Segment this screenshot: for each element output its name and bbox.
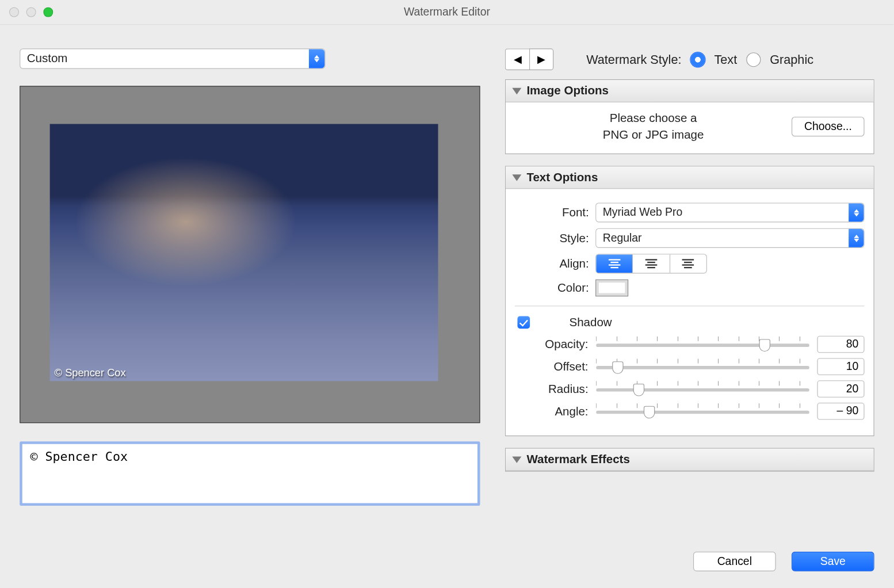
prev-image-button[interactable]: ◀ — [505, 48, 529, 70]
chevron-updown-icon — [849, 204, 864, 222]
color-label: Color: — [515, 281, 595, 295]
font-style-label: Style: — [515, 231, 595, 245]
text-options-panel: Text Options Font: Myriad Web Pro Style:… — [505, 166, 874, 437]
text-options-header[interactable]: Text Options — [506, 167, 874, 189]
watermark-text-input[interactable] — [20, 441, 480, 506]
opacity-label: Opacity: — [515, 338, 589, 352]
cancel-button[interactable]: Cancel — [693, 552, 776, 571]
minimize-window-button[interactable] — [26, 7, 36, 17]
image-options-header[interactable]: Image Options — [506, 80, 874, 102]
next-image-button[interactable]: ▶ — [529, 48, 553, 70]
window-title: Watermark Editor — [0, 6, 894, 19]
preset-dropdown[interactable]: Custom — [20, 48, 325, 68]
offset-label: Offset: — [515, 360, 589, 374]
chevron-updown-icon — [849, 229, 864, 247]
watermark-effects-header[interactable]: Watermark Effects — [506, 449, 874, 471]
style-graphic-radio[interactable] — [746, 52, 761, 67]
watermark-style-label: Watermark Style: — [586, 52, 681, 67]
radius-input[interactable] — [817, 381, 864, 398]
disclosure-down-icon — [512, 456, 521, 463]
save-button[interactable]: Save — [792, 552, 874, 571]
disclosure-down-icon — [512, 174, 521, 181]
shadow-checkbox[interactable] — [517, 316, 530, 329]
color-well[interactable] — [595, 280, 628, 297]
style-text-label: Text — [714, 52, 737, 67]
style-text-radio[interactable] — [690, 52, 705, 67]
preview-area: © Spencer Cox — [20, 86, 480, 423]
font-dropdown[interactable]: Myriad Web Pro — [595, 203, 864, 223]
triangle-left-icon: ◀ — [514, 53, 522, 66]
triangle-right-icon: ▶ — [537, 53, 545, 66]
watermark-effects-title: Watermark Effects — [526, 453, 629, 467]
radius-slider[interactable] — [596, 381, 809, 397]
align-segment — [595, 254, 707, 274]
align-center-button[interactable] — [633, 255, 670, 273]
style-graphic-label: Graphic — [770, 52, 813, 67]
font-style-value: Regular — [603, 232, 642, 245]
preview-watermark-text: © Spencer Cox — [55, 367, 126, 379]
opacity-input[interactable] — [817, 336, 864, 353]
opacity-slider[interactable] — [596, 337, 809, 352]
titlebar: Watermark Editor — [0, 0, 894, 25]
offset-slider[interactable] — [596, 359, 809, 375]
angle-input[interactable] — [817, 403, 864, 420]
font-style-dropdown[interactable]: Regular — [595, 228, 864, 248]
text-options-title: Text Options — [526, 171, 598, 185]
disclosure-down-icon — [512, 87, 521, 94]
watermark-effects-panel: Watermark Effects — [505, 448, 874, 472]
chevron-updown-icon — [309, 49, 324, 68]
image-options-panel: Image Options Please choose a PNG or JPG… — [505, 79, 874, 154]
zoom-window-button[interactable] — [43, 7, 53, 17]
preview-image — [50, 124, 438, 381]
align-left-button[interactable] — [596, 255, 633, 273]
choose-image-hint: Please choose a PNG or JPG image — [515, 110, 792, 143]
align-right-button[interactable] — [670, 255, 706, 273]
preset-value: Custom — [27, 52, 68, 66]
close-window-button[interactable] — [9, 7, 19, 17]
choose-image-button[interactable]: Choose... — [792, 117, 864, 136]
divider — [515, 306, 865, 307]
font-label: Font: — [515, 206, 595, 220]
image-options-title: Image Options — [526, 84, 609, 98]
font-value: Myriad Web Pro — [603, 206, 683, 219]
radius-label: Radius: — [515, 382, 589, 396]
angle-slider[interactable] — [596, 404, 809, 419]
align-label: Align: — [515, 257, 595, 271]
angle-label: Angle: — [515, 404, 589, 418]
shadow-label: Shadow — [570, 316, 612, 330]
offset-input[interactable] — [817, 358, 864, 376]
